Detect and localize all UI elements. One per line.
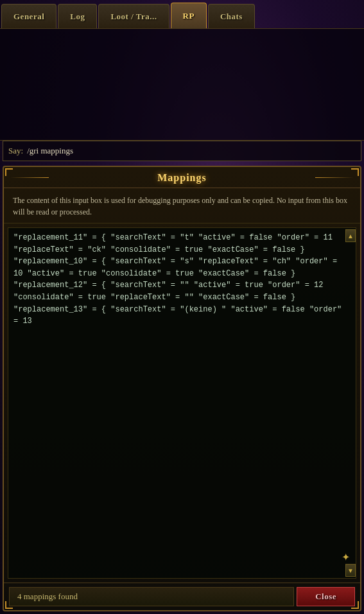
- say-input-bar: Say:: [3, 141, 361, 161]
- tab-chats[interactable]: Chats: [208, 4, 255, 28]
- chat-area: [0, 28, 364, 141]
- tab-general[interactable]: General: [1, 4, 56, 28]
- say-input[interactable]: [27, 146, 356, 156]
- mappings-scroll-container: "replacement_11" = { "searchText" = "t" …: [8, 227, 356, 579]
- tab-rp[interactable]: RP: [171, 3, 207, 28]
- scroll-up-button[interactable]: ▲: [345, 229, 356, 242]
- say-label: Say:: [8, 146, 23, 156]
- scroll-down-button[interactable]: ▼: [345, 564, 356, 577]
- modal-bottom-bar: 4 mappings found Close: [4, 583, 360, 610]
- corner-bl-decoration: [5, 601, 13, 609]
- scroll-arrows: ▲ ▼: [345, 228, 356, 578]
- mappings-modal: Mappings The content of this input box i…: [3, 166, 361, 611]
- tab-loot-tra[interactable]: Loot / Tra...: [98, 4, 169, 28]
- tab-bar: General Log Loot / Tra... RP Chats: [0, 0, 364, 28]
- status-label: 4 mappings found: [9, 587, 294, 606]
- modal-title: Mappings: [157, 172, 206, 184]
- mappings-content[interactable]: "replacement_11" = { "searchText" = "t" …: [8, 228, 356, 578]
- scroll-position-icon: ✦: [342, 551, 353, 563]
- close-button[interactable]: Close: [297, 587, 355, 606]
- tab-log[interactable]: Log: [58, 4, 97, 28]
- corner-br-decoration: [351, 601, 359, 609]
- modal-description: The content of this input box is used fo…: [4, 188, 360, 224]
- modal-title-bar: Mappings: [4, 167, 360, 188]
